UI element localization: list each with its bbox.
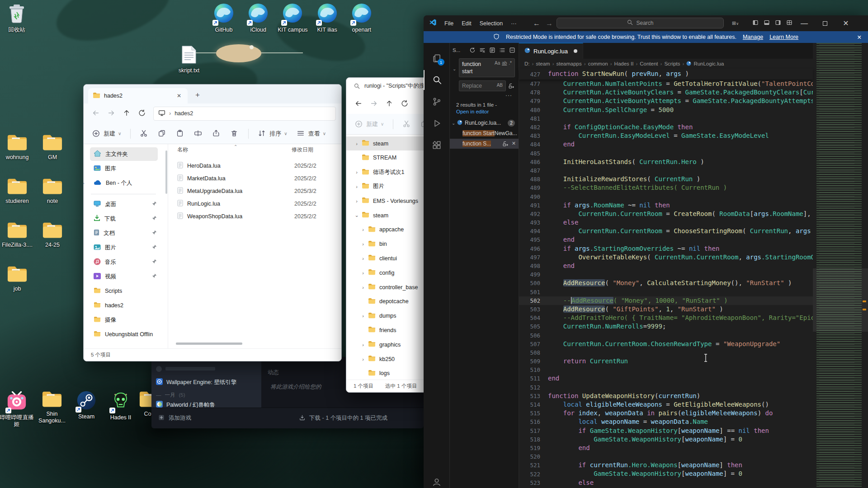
code-line-494[interactable]: 494 CurrentRun.CurrentRoom = ChooseStart… [519,227,813,235]
chevron-right-icon[interactable]: › [354,198,360,204]
column-name[interactable]: 名称 [177,146,188,154]
refresh-icon[interactable] [469,47,476,54]
paste-icon[interactable] [176,129,185,138]
sidebar-item--[interactable]: 文档 [90,226,158,240]
horizontal-scrollbar[interactable] [176,343,242,345]
forward-icon[interactable] [370,99,379,108]
sidebar-item--[interactable]: 图片 [90,241,158,254]
code-line-483[interactable]: 483 CurrentRun.EasyModeLevel = GameState… [519,131,813,140]
desktop-icon-2[interactable]: Steam [69,390,104,420]
chevron-right-icon[interactable]: › [354,141,360,146]
text-file-skript[interactable]: skript.txt [172,45,206,74]
code-line-512[interactable]: 512 [519,383,813,392]
code-line-518[interactable]: 518 GameState.WeaponHistory[weaponName] … [519,435,813,444]
back-icon[interactable] [92,109,101,118]
activity-extensions-icon[interactable] [424,135,450,155]
replace-all-icon[interactable] [508,83,515,89]
code-line-508[interactable]: 508 [519,348,813,357]
share-icon[interactable] [212,129,221,138]
sidebar-item--[interactable]: 下载 [90,212,158,225]
tab-close-icon[interactable]: ✕ [175,91,183,100]
toggle-sidebar-icon[interactable] [752,19,759,28]
desktop-icon-1[interactable]: Shin Sangoku... [35,390,69,424]
activity-search-icon[interactable] [424,70,450,90]
cut-icon[interactable] [402,120,411,129]
result-match-2[interactable]: function S... ✕ [450,139,519,149]
code-line-502[interactable]: 502 --AddResource( "Money", 10000, "RunS… [519,296,813,305]
desktop-icon-0[interactable]: 哔哩哔哩直播姬 [0,390,34,428]
code-line-506[interactable]: 506 [519,331,813,339]
code-line-511[interactable]: 511end [519,374,813,383]
code-line-484[interactable]: 484 end [519,140,813,149]
desktop-folder-filezilla-3-[interactable]: FileZilla-3.... [0,221,34,249]
code-line-509[interactable]: 509 return CurrentRun [519,357,813,366]
sidebar-item-scripts[interactable]: Scripts [90,284,158,298]
sidebar-item--[interactable]: 图库 [90,162,158,175]
sidebar-scrollbar[interactable] [165,150,167,194]
profile-layout-icon[interactable]: ⊞∨ [732,20,739,26]
command-center-search[interactable]: Search [557,18,724,28]
desktop-folder-note[interactable]: note [35,178,70,205]
chevron-right-icon[interactable]: › [360,256,366,261]
breadcrumb-5[interactable]: Content [640,61,658,66]
sidebar-item--[interactable]: 桌面 [90,197,158,211]
code-line-479[interactable]: 479 CurrentRun.ActiveBountyAttempts = Ga… [519,97,813,105]
code-line-477[interactable]: 477 CurrentRun.NumTalentPoints = GetTota… [519,80,813,88]
chevron-right-icon[interactable]: › [360,342,366,347]
code-line-501[interactable]: 501 [519,288,813,296]
unsaved-dot-icon[interactable] [574,49,577,53]
replace-input[interactable]: Replace AB [459,80,506,91]
breadcrumb-3[interactable]: common [588,61,608,66]
chevron-right-icon[interactable]: › [360,285,366,290]
file-row-metaupgradedata.lua[interactable]: MetaUpgradeData.lua2025/3/2 [171,185,340,197]
account-icon[interactable] [424,472,450,488]
chevron-down-icon[interactable]: ⌄ [354,212,360,218]
result-match-1[interactable]: function StartNewGa... [450,128,519,138]
refresh-icon[interactable] [138,109,147,118]
up-icon[interactable] [385,99,394,108]
new-search-editor-icon[interactable] [489,47,496,54]
tab-runlogic[interactable]: RunLogic.lua [519,43,583,59]
up-icon[interactable] [123,109,132,118]
activity-run-debug-icon[interactable] [424,113,450,133]
code-line-495[interactable]: 495 end [519,235,813,244]
code-line-498[interactable]: 498 end [519,262,813,270]
file-row-herodata.lua[interactable]: HeroData.lua2025/2/2 [171,160,340,172]
close-button[interactable]: ✕ [836,15,856,31]
explorer-window-hades2[interactable]: hades2 ✕ ＋ › hades2 新建∨ 排序∨ 查看∨ [83,84,342,361]
delete-icon[interactable] [230,129,239,138]
code-line-519[interactable]: 519 end [519,444,813,452]
breadcrumb-7[interactable]: RunLogic.lua [693,61,724,66]
dismiss-match-icon[interactable]: ✕ [512,141,516,147]
view-as-list-icon[interactable] [499,47,506,54]
code-line-496[interactable]: 496 if args.StartingRoomOverrides ~= nil… [519,244,813,253]
edge-shortcut-github[interactable]: GitHub [207,3,241,33]
code-line-510[interactable]: 510 [519,366,813,374]
code-line-507[interactable]: 507 CurrentRun.CurrentRoom.ChosenRewardT… [519,340,813,348]
preserve-case-icon[interactable]: AB [497,83,503,88]
desktop-folder-studieren[interactable]: studieren [0,178,34,205]
toggle-replace-icon[interactable]: ⌄ [453,66,456,71]
menu-file[interactable]: File [440,20,458,27]
chevron-right-icon[interactable]: › [354,169,360,175]
chevron-right-icon[interactable]: › [360,357,366,362]
learn-more-link[interactable]: Learn More [769,34,798,40]
minimize-button[interactable]: — [794,15,814,31]
code-line-522[interactable]: 522 GameState.WeaponHistory[weaponName] … [519,469,813,478]
edge-shortcut-icloud[interactable]: iCloud [241,3,275,33]
edge-shortcut-kit-ilias[interactable]: KIT ilias [310,3,344,33]
chevron-right-icon[interactable]: › [360,241,366,247]
copy-icon[interactable] [158,129,167,138]
file-row-weaponshopdata.lua[interactable]: WeaponShopData.lua2025/2/2 [171,210,340,223]
new-button[interactable]: 新建∨ [92,129,121,138]
desktop-folder-24-25[interactable]: 24-25 [35,221,70,249]
toggle-secondary-sidebar-icon[interactable] [775,19,781,28]
chevron-right-icon[interactable]: › [360,313,366,319]
breadcrumb-1[interactable]: steam [536,61,550,66]
new-button[interactable]: 新建∨ [354,120,384,129]
replace-match-icon[interactable] [502,141,509,147]
sidebar-item--[interactable]: 音乐 [90,255,158,269]
cut-icon[interactable] [140,129,149,138]
code-line-523[interactable]: 523 else [519,479,813,487]
edge-shortcut-openart[interactable]: openart [344,3,379,33]
